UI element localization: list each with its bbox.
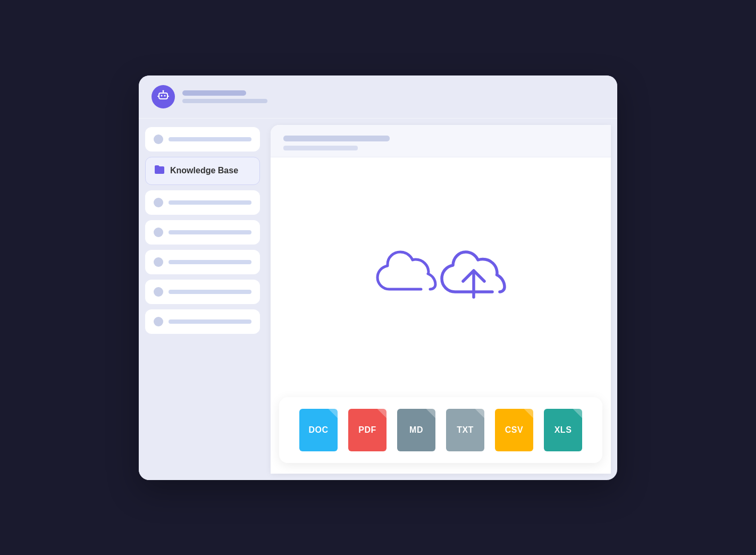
file-type-pdf: PDF [348, 409, 387, 451]
sidebar-label-bar-6 [169, 319, 251, 324]
sidebar-item-4[interactable] [145, 250, 260, 274]
svg-rect-0 [159, 93, 167, 99]
csv-icon: CSV [495, 409, 533, 451]
sidebar-dot-4 [154, 257, 163, 267]
sidebar-dot-3 [154, 228, 163, 237]
file-type-xls: XLS [544, 409, 582, 451]
folder-icon [154, 165, 165, 177]
sidebar-label-bar-3 [169, 230, 251, 234]
sidebar-dot-6 [154, 317, 163, 326]
sidebar-dot-5 [154, 287, 163, 297]
file-types-card: DOC PDF MD TXT [279, 397, 602, 463]
txt-label: TXT [457, 425, 474, 435]
svg-point-2 [164, 95, 166, 97]
main-layout: Knowledge Base [139, 119, 617, 480]
sidebar-item-3[interactable] [145, 220, 260, 245]
sidebar-item-6[interactable] [145, 309, 260, 334]
svg-point-3 [163, 90, 164, 92]
sidebar-dot-1 [154, 134, 163, 144]
sidebar: Knowledge Base [139, 119, 266, 480]
sidebar-item-2[interactable] [145, 190, 260, 215]
md-label: MD [409, 425, 423, 435]
file-type-csv: CSV [495, 409, 533, 451]
sidebar-label-bar-2 [169, 200, 251, 205]
file-type-md: MD [397, 409, 435, 451]
logo-avatar [152, 85, 175, 108]
sidebar-dot-2 [154, 198, 163, 207]
app-window: Knowledge Base [139, 75, 617, 480]
robot-icon [157, 89, 170, 104]
file-type-txt: TXT [446, 409, 484, 451]
sidebar-item-1[interactable] [145, 127, 260, 152]
md-icon: MD [397, 409, 435, 451]
pdf-label: PDF [358, 425, 376, 435]
upload-area[interactable] [271, 157, 611, 397]
doc-label: DOC [308, 425, 328, 435]
cloud-upload-icon [373, 244, 508, 305]
content-subtitle-bar [283, 146, 358, 150]
sidebar-item-knowledge-base[interactable]: Knowledge Base [145, 157, 260, 185]
sidebar-label-bar-5 [169, 290, 251, 294]
csv-label: CSV [505, 425, 523, 435]
sidebar-label-bar-1 [169, 137, 251, 141]
file-type-doc: DOC [299, 409, 338, 451]
knowledge-base-label: Knowledge Base [170, 166, 238, 175]
pdf-icon: PDF [348, 409, 387, 451]
xls-icon: XLS [544, 409, 582, 451]
header-title-placeholder [182, 90, 246, 96]
content-header [271, 125, 611, 157]
header-subtitle-placeholder [182, 99, 267, 103]
doc-icon: DOC [299, 409, 338, 451]
content-area: DOC PDF MD TXT [271, 125, 611, 474]
xls-label: XLS [555, 425, 572, 435]
sidebar-item-5[interactable] [145, 280, 260, 304]
sidebar-label-bar-4 [169, 260, 251, 264]
header-text [182, 90, 267, 103]
svg-point-1 [161, 95, 163, 97]
content-title-bar [283, 136, 390, 141]
txt-icon: TXT [446, 409, 484, 451]
app-header [139, 75, 617, 119]
